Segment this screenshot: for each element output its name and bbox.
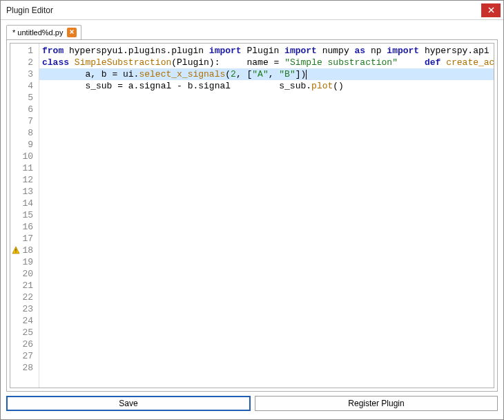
line-number: 1: [12, 45, 36, 57]
titlebar: Plugin Editor: [1, 1, 503, 20]
line-number: 19: [12, 256, 36, 268]
register-plugin-button[interactable]: Register Plugin: [255, 396, 498, 411]
line-number: 9: [12, 139, 36, 151]
line-number: 20: [12, 268, 36, 280]
line-number: 10: [12, 151, 36, 162]
svg-rect-1: [15, 251, 16, 252]
code-line[interactable]: from hyperspyui.plugins.plugin import Pl…: [42, 46, 279, 56]
code-line[interactable]: a, b = ui.select_x_signals(2, ["A", "B"]…: [39, 68, 494, 80]
svg-rect-0: [15, 249, 16, 251]
line-number: 28: [12, 362, 36, 374]
line-number: 15: [12, 209, 36, 221]
button-row: Save Register Plugin: [1, 392, 503, 415]
line-number: 27: [12, 350, 36, 362]
line-number: 23: [12, 303, 36, 315]
editor-panel: 1234567891011121314151617181920212223242…: [6, 39, 498, 392]
tab-close-button[interactable]: [67, 28, 77, 37]
line-number: 4: [12, 80, 36, 92]
tab-bar: * untitled%d.py: [1, 20, 503, 39]
line-number: 12: [12, 174, 36, 186]
line-number: 2: [12, 57, 36, 68]
code-line[interactable]: s_sub.plot(): [236, 81, 344, 91]
line-number: 14: [12, 198, 36, 209]
line-number: 21: [12, 280, 36, 292]
code-line[interactable]: name = "Simple substraction": [225, 57, 398, 68]
line-number: 8: [12, 127, 36, 139]
close-icon: [69, 29, 75, 35]
line-number: 13: [12, 186, 36, 198]
line-number: 24: [12, 315, 36, 327]
line-number: 11: [12, 162, 36, 174]
line-number-gutter: 1234567891011121314151617181920212223242…: [10, 44, 39, 388]
window-title: Plugin Editor: [6, 6, 481, 15]
line-number: 25: [12, 327, 36, 338]
line-number: 26: [12, 338, 36, 350]
tab-label: * untitled%d.py: [12, 28, 63, 37]
line-number: 6: [12, 104, 36, 115]
line-number: 5: [12, 92, 36, 104]
line-number: 7: [12, 115, 36, 127]
close-icon: [488, 7, 494, 13]
tab-file[interactable]: * untitled%d.py: [6, 25, 81, 40]
line-number: 17: [12, 233, 36, 245]
warning-icon: [12, 246, 20, 254]
line-number: 16: [12, 221, 36, 233]
code-editor[interactable]: 1234567891011121314151617181920212223242…: [10, 43, 494, 388]
save-button[interactable]: Save: [6, 396, 251, 411]
line-number: 22: [12, 292, 36, 303]
code-line[interactable]: def create_actions(self):: [403, 57, 494, 68]
code-line[interactable]: s_sub = a.signal - b.signal: [42, 81, 231, 91]
code-line[interactable]: import numpy as np: [284, 46, 381, 56]
text-cursor: [306, 70, 307, 79]
code-line[interactable]: class SimpleSubstraction(Plugin):: [42, 57, 220, 68]
code-line[interactable]: import hyperspy.api as hs: [387, 46, 494, 56]
code-area[interactable]: from hyperspyui.plugins.plugin import Pl…: [39, 44, 494, 388]
window-close-button[interactable]: [481, 3, 501, 17]
line-number: 3: [12, 68, 36, 80]
